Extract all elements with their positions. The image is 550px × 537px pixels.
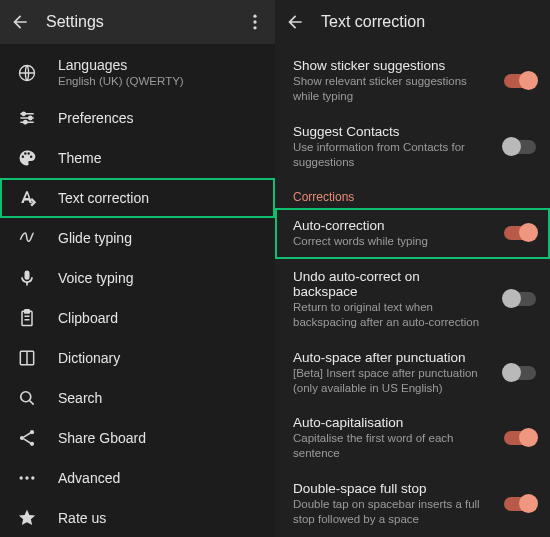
settings-appbar: Settings (0, 0, 275, 44)
item-label: Rate us (58, 510, 261, 526)
settings-pane: Settings LanguagesEnglish (UK) (QWERTY)P… (0, 0, 275, 537)
back-icon[interactable] (10, 12, 30, 32)
toggle[interactable] (504, 140, 536, 154)
setting-label: Show sticker suggestions (293, 58, 488, 73)
svg-point-4 (22, 112, 25, 115)
settings-list: LanguagesEnglish (UK) (QWERTY)Preference… (0, 44, 275, 537)
setting-label: Auto-space after punctuation (293, 350, 488, 365)
setting-label: Auto-capitalisation (293, 415, 488, 430)
item-label: Glide typing (58, 230, 261, 246)
settings-item-dictionary[interactable]: Dictionary (0, 338, 275, 378)
toggle[interactable] (504, 74, 536, 88)
item-label: Dictionary (58, 350, 261, 366)
settings-item-voice-typing[interactable]: Voice typing (0, 258, 275, 298)
toggle[interactable] (504, 292, 536, 306)
book-icon (16, 348, 38, 368)
svg-point-2 (253, 26, 256, 29)
clipboard-icon (16, 308, 38, 328)
item-label: Advanced (58, 470, 261, 486)
setting-show-sticker-suggestions[interactable]: Show sticker suggestionsShow relevant st… (275, 48, 550, 114)
item-label: Voice typing (58, 270, 261, 286)
star-icon (16, 508, 38, 528)
setting-sub: Correct words while typing (293, 234, 488, 249)
settings-item-clipboard[interactable]: Clipboard (0, 298, 275, 338)
settings-item-advanced[interactable]: Advanced (0, 458, 275, 498)
text-correction-title: Text correction (321, 13, 425, 31)
svg-point-6 (24, 120, 27, 123)
settings-item-glide-typing[interactable]: Glide typing (0, 218, 275, 258)
text-correction-pane: Text correction Show sticker suggestions… (275, 0, 550, 537)
setting-label: Double-space full stop (293, 481, 488, 496)
svg-point-0 (253, 15, 256, 18)
gesture-icon (16, 228, 38, 248)
palette-icon (16, 148, 38, 168)
setting-sub: Show relevant sticker suggestions while … (293, 74, 488, 104)
toggle[interactable] (504, 497, 536, 511)
toggle[interactable] (504, 226, 536, 240)
setting-sub: Use information from Contacts for sugges… (293, 140, 488, 170)
globe-icon (16, 63, 38, 83)
setting-auto-space-after-punctuation[interactable]: Auto-space after punctuation[Beta] Inser… (275, 340, 550, 406)
more-icon[interactable] (245, 12, 265, 32)
settings-item-languages[interactable]: LanguagesEnglish (UK) (QWERTY) (0, 48, 275, 98)
setting-sub: Double tap on spacebar inserts a full st… (293, 497, 488, 527)
svg-rect-8 (25, 310, 30, 313)
text-correction-list: Show sticker suggestionsShow relevant st… (275, 44, 550, 537)
item-label: Share Gboard (58, 430, 261, 446)
svg-point-5 (29, 116, 32, 119)
item-label: Preferences (58, 110, 261, 126)
item-label: Clipboard (58, 310, 261, 326)
setting-sub: Return to original text when backspacing… (293, 300, 488, 330)
settings-item-text-correction[interactable]: Text correction (0, 178, 275, 218)
settings-item-share-gboard[interactable]: Share Gboard (0, 418, 275, 458)
svg-point-1 (253, 20, 256, 23)
item-label: Text correction (58, 190, 261, 206)
setting-undo-auto-correct-on-backspace[interactable]: Undo auto-correct on backspaceReturn to … (275, 259, 550, 340)
setting-sub: Capitalise the first word of each senten… (293, 431, 488, 461)
back-icon[interactable] (285, 12, 305, 32)
text-correction-icon (16, 188, 38, 208)
setting-auto-correction[interactable]: Auto-correctionCorrect words while typin… (275, 208, 550, 259)
item-label: Theme (58, 150, 261, 166)
setting-sub: [Beta] Insert space after punctuation (o… (293, 366, 488, 396)
setting-auto-capitalisation[interactable]: Auto-capitalisationCapitalise the first … (275, 405, 550, 471)
text-correction-appbar: Text correction (275, 0, 550, 44)
sliders-icon (16, 108, 38, 128)
svg-point-10 (21, 392, 31, 402)
svg-point-14 (20, 476, 23, 479)
settings-item-rate-us[interactable]: Rate us (0, 498, 275, 537)
section-corrections: Corrections (275, 180, 550, 208)
setting-label: Suggest Contacts (293, 124, 488, 139)
settings-item-theme[interactable]: Theme (0, 138, 275, 178)
item-label: Search (58, 390, 261, 406)
item-sub: English (UK) (QWERTY) (58, 74, 261, 89)
settings-item-preferences[interactable]: Preferences (0, 98, 275, 138)
settings-item-search[interactable]: Search (0, 378, 275, 418)
item-label: Languages (58, 57, 261, 73)
toggle[interactable] (504, 431, 536, 445)
mic-icon (16, 268, 38, 288)
share-icon (16, 428, 38, 448)
setting-label: Undo auto-correct on backspace (293, 269, 488, 299)
toggle[interactable] (504, 366, 536, 380)
dots-icon (16, 468, 38, 488)
settings-title: Settings (46, 13, 104, 31)
setting-label: Auto-correction (293, 218, 488, 233)
setting-double-space-full-stop[interactable]: Double-space full stopDouble tap on spac… (275, 471, 550, 537)
svg-point-16 (31, 476, 34, 479)
svg-point-15 (25, 476, 28, 479)
search-icon (16, 388, 38, 408)
setting-suggest-contacts[interactable]: Suggest ContactsUse information from Con… (275, 114, 550, 180)
